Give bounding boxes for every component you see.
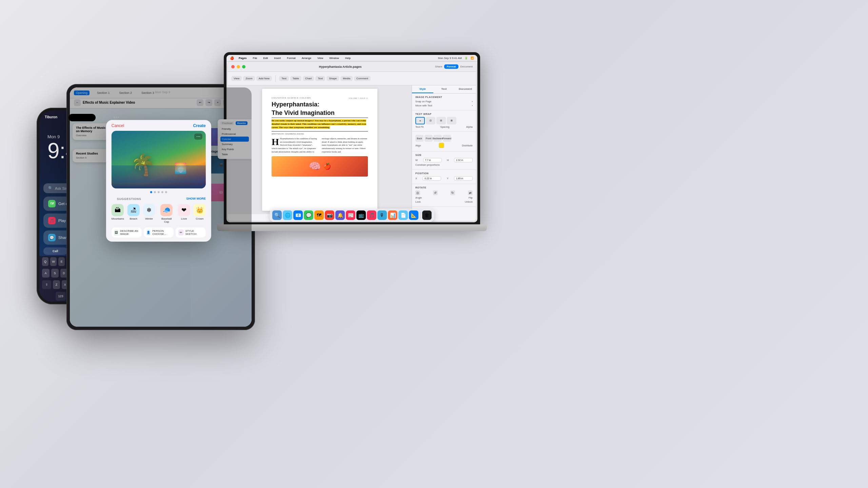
key-a[interactable]: A [42,269,50,278]
menu-help[interactable]: Help [344,56,352,60]
toolbar-addnew-btn[interactable]: Add New [256,76,272,81]
format-btn[interactable]: Format [444,64,458,69]
modal-cancel-button[interactable]: Cancel [112,123,124,128]
key-q[interactable]: Q [42,257,48,266]
arrange-front-btn[interactable]: Front [425,135,433,142]
menu-view[interactable]: View [316,56,324,60]
toolbar-shape-btn[interactable]: Shape [327,76,339,81]
show-more-btn[interactable]: SHOW MORE [186,197,206,200]
toolbar-text-btn[interactable]: Text [279,76,289,81]
dock-music[interactable]: 🎵 [367,210,376,220]
toolbar-view-btn[interactable]: View [231,76,242,81]
key-e[interactable]: E [58,257,65,266]
describe-image-btn[interactable]: 🖼 DESCRIBE AN IMAGE [112,227,142,238]
apple-menu-icon[interactable]: 🍎 [230,56,234,60]
call-button[interactable]: Call [43,247,67,255]
share-btn[interactable]: Share [435,65,442,68]
arrange-forward-btn[interactable]: Forward [443,135,451,142]
flip-btn[interactable]: ⇄ [468,190,473,195]
arrange-buttons: Back Front Backward Forward [415,135,473,142]
modal-header: Cancel Create [106,120,211,128]
dock-keynote[interactable]: 📐 [409,210,418,220]
width-label: W [415,159,418,162]
toolbar-table-btn[interactable]: Table [290,76,301,81]
dock-mail[interactable]: 📧 [293,210,303,220]
arrange-backward-btn[interactable]: Backward [434,135,442,142]
suggestion-crown[interactable]: 👑 Crown [194,204,206,223]
dock-safari[interactable]: 🌐 [283,210,292,220]
suggestion-baseball-cap[interactable]: 🧢 Baseball Cap [159,204,175,223]
maximize-button[interactable] [242,65,245,68]
width-input[interactable] [423,158,442,162]
maps-icon: 🗺 [48,200,56,207]
mountains-icon: 🏔 [112,204,124,216]
toolbar-chart-btn[interactable]: Chart [303,76,314,81]
toolbar-media-btn[interactable]: Media [340,76,353,81]
modal-create-button[interactable]: Create [193,123,205,128]
suggestion-love[interactable]: ❤ Love [178,204,190,223]
macbook-screen: 🍎 Pages File Edit Insert Format Arrange … [226,55,477,222]
document-btn[interactable]: Document [460,65,473,68]
tab-text[interactable]: Text [433,85,455,93]
dock-messages[interactable]: 💬 [304,210,313,220]
dock-news[interactable]: 📰 [346,210,355,220]
menu-insert[interactable]: Insert [273,56,282,60]
dock-finder[interactable]: 🔍 [272,210,282,220]
dock-appletv[interactable]: 📺 [356,210,366,220]
rotate-cw[interactable]: ↻ [450,190,455,195]
align-label: Align [415,144,421,147]
app-name-menu[interactable]: Pages [237,56,248,60]
toolbar-textbox-btn[interactable]: Text [315,76,325,81]
move-with-text-row: Move with Text › [415,104,473,107]
menu-arrange[interactable]: Arrange [300,56,313,60]
key-z[interactable]: Z [53,280,60,289]
rotate-ccw[interactable]: ↺ [433,190,438,195]
key-s[interactable]: S [51,269,59,278]
person-choose-btn[interactable]: 👤 PERSON CHOOSE... [143,227,174,238]
music-icon: 🎵 [48,217,56,224]
key-shift[interactable]: ⇧ [42,280,51,289]
dock-maps[interactable]: 🗺 [314,210,324,220]
arrange-back-btn[interactable]: Back [415,135,423,142]
modal-bottom-row: 🖼 DESCRIBE AN IMAGE 👤 PERSON CHOOSE... ✏… [106,226,211,242]
dot-1 [150,191,152,193]
x-input[interactable] [422,176,441,181]
tab-style[interactable]: Style [412,85,433,93]
dock-numbers[interactable]: 📊 [388,210,397,220]
section-position: Position X Y [412,170,476,184]
dock-reminders[interactable]: 🔔 [335,210,345,220]
x-label: X [415,177,417,180]
menu-format[interactable]: Format [285,56,297,60]
minimize-button[interactable] [237,65,240,68]
wrap-around[interactable]: ⊡ [426,117,435,124]
paper-intro: Do you easily conjure up mental imagery?… [272,119,368,129]
dock-pages[interactable]: 📄 [398,210,408,220]
modal-options-btn[interactable]: ⋯ [194,134,202,140]
dock-photos[interactable]: 📷 [325,210,334,220]
close-button[interactable] [231,65,235,68]
menu-file[interactable]: File [252,56,259,60]
menu-window[interactable]: Window [328,56,340,60]
suggestion-beach[interactable]: 🏖 Beach [127,204,140,223]
wrap-through[interactable]: ⊞ [447,117,456,124]
key-w[interactable]: W [50,257,57,266]
wrap-above[interactable]: ⊟ [436,117,446,124]
dock-trash[interactable]: 🗑 [422,210,432,220]
toolbar-comment-btn[interactable]: Comment [354,76,371,81]
suggestion-mountains[interactable]: 🏔 Mountains [112,204,124,223]
height-input[interactable] [454,158,473,162]
dock-podcasts[interactable]: 🎙 [377,210,387,220]
tab-document[interactable]: Document [455,85,476,93]
toolbar-zoom-btn[interactable]: Zoom [243,76,255,81]
align-color-swatch[interactable] [439,143,444,148]
rotate-wheel[interactable]: ◎ [415,190,420,195]
menu-edit[interactable]: Edit [262,56,269,60]
wrap-none[interactable]: ≡ [415,117,425,124]
style-sketch-btn[interactable]: ✏ STYLE SKETCH [176,227,206,238]
y-input[interactable] [454,176,473,181]
suggestion-winter[interactable]: ❄ Winter [143,204,155,223]
key-123[interactable]: 123 [56,292,66,301]
position-row: X Y [415,176,473,181]
dot-2 [154,191,156,193]
macbook-body [217,224,487,231]
